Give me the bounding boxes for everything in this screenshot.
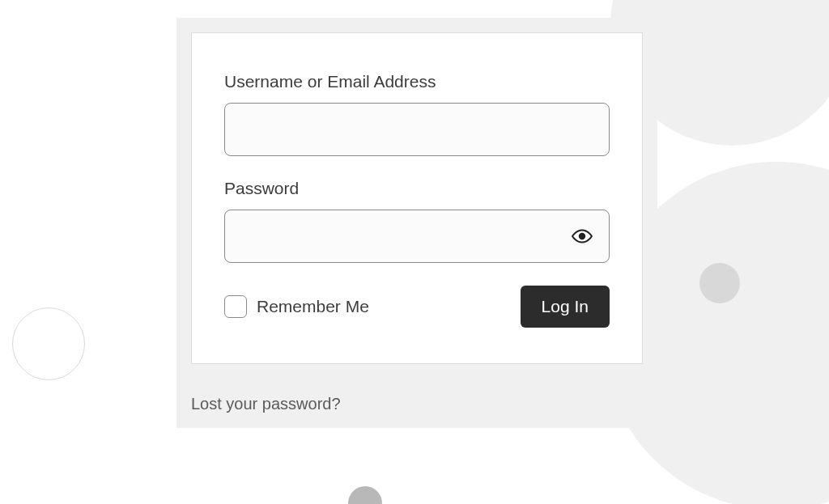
username-label: Username or Email Address	[224, 72, 610, 91]
toggle-password-visibility[interactable]	[571, 225, 593, 248]
password-wrapper	[224, 210, 610, 263]
login-card: Username or Email Address Password Remem…	[191, 32, 643, 364]
remember-me-checkbox[interactable]	[224, 295, 247, 318]
lost-password-link[interactable]: Lost your password?	[191, 395, 643, 413]
password-label: Password	[224, 179, 610, 198]
decorative-circle	[12, 307, 85, 380]
eye-icon	[572, 226, 593, 247]
login-container: Username or Email Address Password Remem…	[176, 18, 657, 428]
decorative-circle	[348, 486, 382, 504]
password-input[interactable]	[224, 210, 610, 263]
remember-me-wrap: Remember Me	[224, 295, 369, 318]
username-input[interactable]	[224, 103, 610, 156]
form-footer-row: Remember Me Log In	[224, 286, 610, 328]
remember-me-label: Remember Me	[257, 297, 369, 316]
svg-point-0	[580, 234, 585, 239]
login-button[interactable]: Log In	[521, 286, 610, 328]
decorative-circle	[699, 263, 740, 303]
